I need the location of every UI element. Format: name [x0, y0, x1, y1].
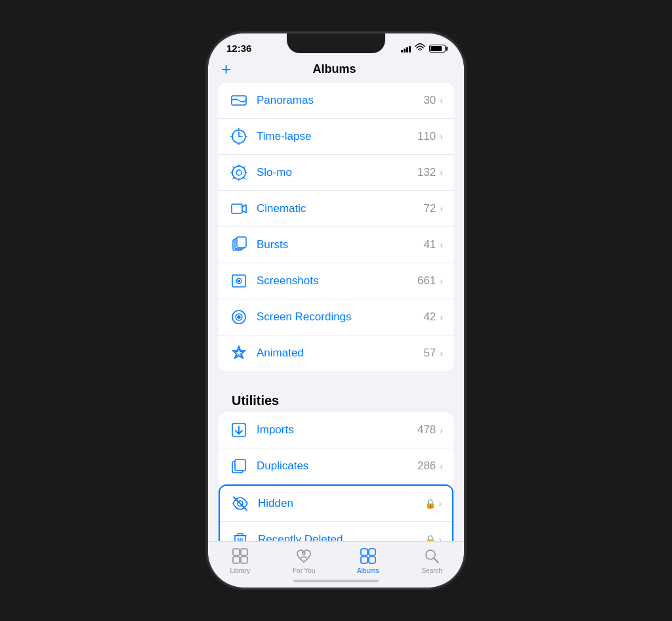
utilities-list: Imports 478 › Duplicates 286	[219, 412, 453, 541]
screen-recordings-icon	[229, 307, 249, 327]
battery-icon	[429, 45, 446, 53]
wifi-icon	[415, 43, 425, 53]
svg-point-9	[232, 166, 245, 179]
tab-albums[interactable]: Albums	[348, 547, 388, 574]
chevron-icon: ›	[440, 167, 443, 178]
tab-library[interactable]: Library	[220, 547, 260, 574]
chevron-icon: ›	[440, 348, 443, 358]
animated-icon	[229, 343, 249, 363]
svg-point-28	[238, 316, 240, 318]
item-label: Duplicates	[257, 460, 417, 473]
cinematic-icon	[229, 199, 249, 219]
add-button[interactable]: +	[221, 60, 231, 77]
search-tab-icon	[423, 547, 441, 565]
item-count: 72	[423, 202, 436, 215]
list-item[interactable]: Bursts 41 ›	[219, 227, 453, 263]
chevron-icon: ›	[440, 203, 443, 214]
locked-items-group: Hidden 🔒 ›	[219, 484, 453, 541]
item-count: 286	[417, 460, 436, 473]
chevron-icon: ›	[440, 240, 443, 250]
chevron-icon: ›	[438, 498, 442, 509]
item-label: Cinematic	[257, 202, 423, 215]
status-icons	[401, 43, 446, 53]
utilities-heading: Utilities	[219, 385, 453, 412]
foryou-tab-icon	[295, 547, 313, 565]
tab-search[interactable]: Search	[412, 547, 452, 574]
list-item[interactable]: Panoramas 30 ›	[219, 83, 453, 119]
svg-rect-19	[232, 204, 242, 213]
list-item[interactable]: Animated 57 ›	[219, 335, 453, 371]
svg-line-36	[234, 497, 247, 510]
albums-tab-label: Albums	[357, 567, 379, 574]
chevron-icon: ›	[438, 534, 442, 541]
svg-rect-49	[369, 557, 375, 563]
svg-line-51	[434, 559, 439, 563]
hidden-icon	[230, 494, 250, 513]
duplicates-item[interactable]: Duplicates 286 ›	[219, 448, 453, 484]
lock-icon: 🔒	[425, 534, 436, 541]
item-count: 110	[417, 130, 436, 143]
svg-point-45	[303, 552, 305, 555]
utilities-section: Utilities Imports 478 ›	[219, 385, 453, 541]
chevron-icon: ›	[440, 461, 443, 471]
page-title: Albums	[313, 62, 356, 76]
list-item[interactable]: Time-lapse 110 ›	[219, 119, 453, 155]
svg-rect-46	[361, 549, 368, 555]
tab-bar: Library For You	[208, 541, 464, 577]
list-item[interactable]: Cinematic 72 ›	[219, 191, 453, 227]
item-label: Panoramas	[257, 94, 423, 107]
svg-rect-43	[233, 557, 240, 563]
svg-line-16	[244, 167, 245, 168]
chevron-icon: ›	[440, 131, 443, 142]
chevron-icon: ›	[440, 95, 443, 106]
chevron-icon: ›	[440, 425, 443, 435]
item-label: Animated	[257, 347, 423, 360]
svg-point-18	[236, 170, 242, 175]
imports-item[interactable]: Imports 478 ›	[219, 412, 453, 448]
list-item[interactable]: Slo-mo 132 ›	[219, 155, 453, 191]
duplicates-icon	[229, 456, 249, 476]
item-label: Screen Recordings	[257, 310, 423, 324]
list-item[interactable]: Screenshots 661 ›	[219, 263, 453, 299]
svg-rect-22	[237, 237, 246, 247]
svg-point-0	[419, 51, 421, 51]
chevron-icon: ›	[440, 276, 443, 286]
library-tab-label: Library	[230, 567, 250, 574]
home-indicator	[293, 580, 379, 582]
timelapse-icon	[229, 127, 249, 146]
item-label: Recently Deleted	[258, 533, 425, 541]
list-item[interactable]: Screen Recordings 42 ›	[219, 299, 453, 335]
item-count: 41	[423, 238, 436, 251]
svg-rect-47	[369, 549, 375, 555]
svg-rect-34	[235, 460, 245, 471]
item-label: Imports	[257, 423, 417, 437]
recently-deleted-item[interactable]: Recently Deleted 🔒 ›	[220, 522, 452, 541]
bursts-icon	[229, 235, 249, 255]
content-area[interactable]: Panoramas 30 ›	[208, 83, 464, 541]
item-count: 30	[423, 94, 436, 107]
item-label: Slo-mo	[257, 166, 417, 179]
status-time: 12:36	[226, 43, 251, 54]
chevron-icon: ›	[440, 312, 443, 322]
svg-rect-44	[241, 557, 247, 563]
notch	[287, 33, 385, 53]
svg-line-14	[233, 167, 234, 168]
panorama-icon	[229, 91, 249, 110]
item-count: 132	[417, 166, 436, 179]
item-count: 57	[423, 347, 436, 360]
svg-point-25	[238, 280, 240, 282]
hidden-item[interactable]: Hidden 🔒 ›	[220, 486, 452, 522]
phone-screen: 12:36	[208, 33, 464, 588]
item-count: 42	[423, 310, 436, 324]
svg-rect-41	[233, 549, 240, 555]
tab-foryou[interactable]: For You	[284, 547, 324, 574]
screenshots-icon	[229, 271, 249, 291]
slomo-icon	[229, 163, 249, 182]
item-label: Time-lapse	[257, 130, 417, 143]
lock-icon: 🔒	[425, 498, 436, 509]
item-count: 661	[417, 274, 436, 288]
imports-icon	[229, 420, 249, 440]
svg-line-17	[233, 178, 234, 179]
library-tab-icon	[231, 547, 249, 565]
search-tab-label: Search	[421, 567, 442, 574]
